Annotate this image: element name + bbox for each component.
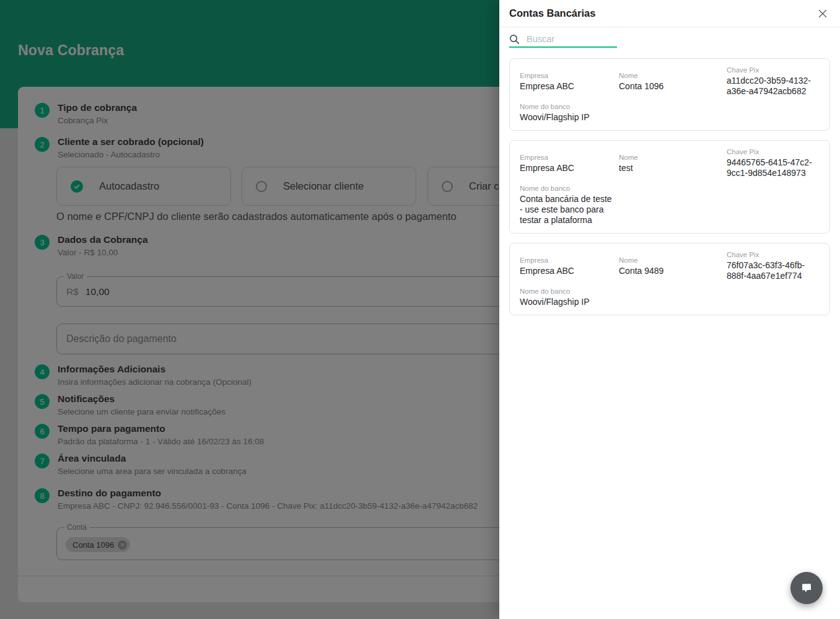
screen: Nova Cobrança 1 Tipo de cobrança Cobranç…: [0, 0, 840, 619]
chat-button[interactable]: [790, 572, 823, 604]
empresa-value: Empresa ABC: [520, 81, 619, 92]
close-icon: [818, 9, 828, 19]
nome-cell: Nome Conta 1096: [619, 72, 727, 92]
empresa-label: Empresa: [520, 72, 619, 79]
account-card-conta-9489[interactable]: Empresa Empresa ABC Nome Conta 9489 Chav…: [509, 243, 830, 315]
nome-do-banco-label: Nome do banco: [520, 103, 619, 110]
nome-cell: Nome Conta 9489: [619, 257, 727, 276]
account-card-conta-1096[interactable]: Empresa Empresa ABC Nome Conta 1096 Chav…: [509, 58, 830, 131]
search-field: [509, 32, 617, 48]
nome-label: Nome: [619, 257, 727, 264]
empresa-value: Empresa ABC: [520, 266, 619, 276]
nome-do-banco-cell: Nome do banco Woovi/Flagship IP: [520, 103, 619, 123]
search-icon: [509, 34, 520, 45]
nome-do-banco-value: Conta bancária de teste - use este banco…: [520, 194, 615, 226]
accounts-list: Empresa Empresa ABC Nome Conta 1096 Chav…: [499, 48, 840, 315]
nome-do-banco-value: Woovi/Flagship IP: [520, 297, 615, 307]
nome-do-banco-value: Woovi/Flagship IP: [520, 112, 615, 123]
nome-do-banco-label: Nome do banco: [520, 185, 619, 192]
nome-label: Nome: [619, 154, 727, 161]
nome-cell: Nome test: [619, 154, 727, 173]
empresa-value: Empresa ABC: [520, 163, 619, 173]
bank-accounts-drawer: Contas Bancárias Empresa Empresa ABC Nom…: [499, 0, 840, 619]
nome-do-banco-cell: Nome do banco Woovi/Flagship IP: [520, 288, 619, 307]
chave-pix-label: Chave Pix: [727, 148, 820, 156]
nome-value: Conta 9489: [619, 266, 727, 276]
nome-value: Conta 1096: [619, 81, 727, 92]
close-button[interactable]: [815, 6, 830, 21]
chave-pix-label: Chave Pix: [727, 66, 820, 74]
nome-do-banco-cell: Nome do banco Conta bancária de teste - …: [520, 185, 619, 226]
empresa-label: Empresa: [520, 257, 619, 264]
drawer-header: Contas Bancárias: [499, 0, 840, 27]
drawer-title: Contas Bancárias: [509, 7, 595, 19]
chave-pix-value: 94465765-6415-47c2-9cc1-9d854e148973: [727, 157, 820, 178]
search-input[interactable]: [527, 34, 607, 44]
chave-pix-value: a11dcc20-3b59-4132-a36e-a47942acb682: [727, 76, 820, 97]
empresa-label: Empresa: [520, 154, 619, 161]
empresa-cell: Empresa Empresa ABC: [520, 257, 619, 276]
nome-value: test: [619, 163, 727, 173]
chave-pix-value: 76f07a3c-63f3-46fb-888f-4aa67e1ef774: [727, 260, 820, 281]
account-card-test[interactable]: Empresa Empresa ABC Nome test Chave Pix …: [509, 140, 830, 234]
chave-pix-label: Chave Pix: [727, 251, 820, 258]
chave-pix-cell: Chave Pix a11dcc20-3b59-4132-a36e-a47942…: [727, 66, 820, 97]
nome-label: Nome: [619, 72, 727, 79]
chat-bubble-icon: [799, 581, 814, 595]
empresa-cell: Empresa Empresa ABC: [520, 72, 619, 92]
chave-pix-cell: Chave Pix 94465765-6415-47c2-9cc1-9d854e…: [727, 148, 820, 178]
empresa-cell: Empresa Empresa ABC: [520, 154, 619, 173]
nome-do-banco-label: Nome do banco: [520, 288, 619, 295]
chave-pix-cell: Chave Pix 76f07a3c-63f3-46fb-888f-4aa67e…: [727, 251, 820, 281]
